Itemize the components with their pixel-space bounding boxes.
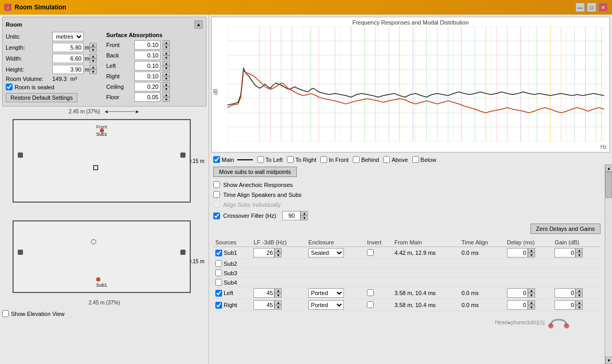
restore-button[interactable]: □ [587,3,596,12]
right-gain[interactable] [555,300,575,310]
room-sealed-checkbox[interactable] [6,84,13,90]
sa-front-input[interactable]: 0.10 [134,40,160,50]
right-delay[interactable] [507,300,528,310]
left-gain[interactable] [555,288,575,298]
sa-floor-input[interactable]: 0.05 [134,92,160,102]
left-delay-up[interactable]: ▲ [528,288,535,293]
sub1-gain-up[interactable]: ▲ [575,248,583,253]
height-up-button[interactable]: ▲ [89,65,97,69]
zero-delays-button[interactable]: Zero Delays and Gains [530,224,601,234]
left-invert-checkbox[interactable] [367,289,374,296]
crossover-down[interactable]: ▼ [301,216,308,220]
right-enclosure-select[interactable]: Sealed Ported [308,300,344,310]
left-lf-down[interactable]: ▼ [274,293,282,298]
sub1-gain[interactable] [555,248,575,257]
restore-defaults-button[interactable]: Restore Default Settings [6,93,77,102]
sub1-enclosure-select[interactable]: Sealed Ported [308,248,344,257]
sub1-delay-up[interactable]: ▲ [528,248,535,253]
units-select[interactable]: metres feet [52,32,84,41]
left-delay[interactable] [507,288,528,298]
length-input[interactable]: 5.80 [52,43,84,52]
sub3-checkbox[interactable] [215,269,222,276]
width-down-button[interactable]: ▼ [89,58,97,63]
legend-below-checkbox[interactable] [412,156,419,163]
elevation-view-checkbox[interactable] [2,310,9,317]
legend-above: Above [383,156,408,163]
svg-point-70 [564,323,569,328]
length-up-button[interactable]: ▲ [89,43,97,48]
right-invert-checkbox[interactable] [367,301,374,308]
legend-toleft-checkbox[interactable] [257,156,264,163]
right-lf3db[interactable] [253,300,274,310]
sub1-lf3db[interactable] [253,248,274,257]
right-checkbox[interactable] [215,302,222,309]
sub1-gain-down[interactable]: ▼ [575,253,583,257]
sub1-delay-down[interactable]: ▼ [528,253,535,257]
sa-front-up[interactable]: ▲ [163,40,170,45]
sa-back-down[interactable]: ▼ [163,55,170,60]
sa-ceiling-down[interactable]: ▼ [163,87,170,91]
right-lf-up[interactable]: ▲ [274,300,282,305]
right-lf-down[interactable]: ▼ [274,305,282,310]
sa-ceiling-up[interactable]: ▲ [163,82,170,87]
sub1-invert-checkbox[interactable] [367,249,374,256]
right-delay-down[interactable]: ▼ [528,305,535,310]
sa-ceiling-input[interactable]: 0.20 [134,82,160,91]
sa-right-down[interactable]: ▼ [163,76,170,81]
legend-behind-checkbox[interactable] [353,156,360,163]
sub1-timealign: 0.0 ms [461,250,479,256]
crossover-checkbox[interactable] [213,213,220,219]
room-top-view[interactable]: Front Sub1 [13,119,191,203]
left-checkbox[interactable] [215,290,222,297]
height-input[interactable]: 3.90 [52,65,84,74]
align-subs-checkbox[interactable] [213,201,220,208]
sa-right-up[interactable]: ▲ [163,72,170,76]
sub1-checkbox[interactable] [215,250,222,256]
scroll-up-button[interactable]: ▲ [605,165,612,172]
close-button[interactable]: ✕ [598,3,608,12]
length-down-button[interactable]: ▼ [89,48,97,52]
crossover-up[interactable]: ▲ [301,211,308,216]
right-gain-down[interactable]: ▼ [575,305,583,310]
sub4-checkbox[interactable] [215,279,222,286]
sa-left-up[interactable]: ▲ [163,61,170,66]
collapse-room-button[interactable]: ▲ [194,20,203,29]
sa-front-down[interactable]: ▼ [163,45,170,50]
sub2-checkbox[interactable] [215,260,222,267]
legend-infront-checkbox[interactable] [320,156,327,163]
sa-right-input[interactable]: 0.10 [134,72,160,81]
right-delay-up[interactable]: ▲ [528,300,535,305]
left-lf-up[interactable]: ▲ [274,288,282,293]
move-subs-button[interactable]: Move subs to wall midpoints [213,167,297,177]
time-align-checkbox[interactable] [213,191,220,198]
scroll-thumb[interactable] [605,172,612,198]
anechoic-checkbox[interactable] [213,181,220,188]
col-sources: Sources [213,238,251,247]
right-gain-up[interactable]: ▲ [575,300,583,305]
legend-main-checkbox[interactable] [213,156,220,163]
sa-floor-up[interactable]: ▲ [163,92,170,97]
scroll-down-button[interactable]: ▼ [605,357,612,364]
sub1-lf-down[interactable]: ▼ [274,253,282,257]
sa-left-input[interactable]: 0.10 [134,61,160,71]
sub1-delay[interactable] [507,248,528,257]
legend-toright-checkbox[interactable] [287,156,294,163]
width-up-button[interactable]: ▲ [89,54,97,58]
left-enclosure-select[interactable]: Sealed Ported [308,288,344,298]
room-bottom-view[interactable]: Sub1 [13,220,191,293]
sa-back-input[interactable]: 0.10 [134,51,160,60]
left-lf3db[interactable] [253,288,274,298]
sub1-lf-up[interactable]: ▲ [274,248,282,253]
left-gain-down[interactable]: ▼ [575,293,583,298]
minimize-button[interactable]: — [575,3,585,12]
sa-back-up[interactable]: ▲ [163,51,170,55]
sa-floor-down[interactable]: ▼ [163,97,170,102]
sa-back-label: Back [106,52,132,58]
left-gain-up[interactable]: ▲ [575,288,583,293]
legend-above-checkbox[interactable] [383,156,390,163]
sa-left-down[interactable]: ▼ [163,66,170,71]
left-delay-down[interactable]: ▼ [528,293,535,298]
width-input[interactable]: 6.60 [52,54,84,63]
height-down-button[interactable]: ▼ [89,69,97,74]
crossover-input[interactable]: 90 [282,211,301,220]
